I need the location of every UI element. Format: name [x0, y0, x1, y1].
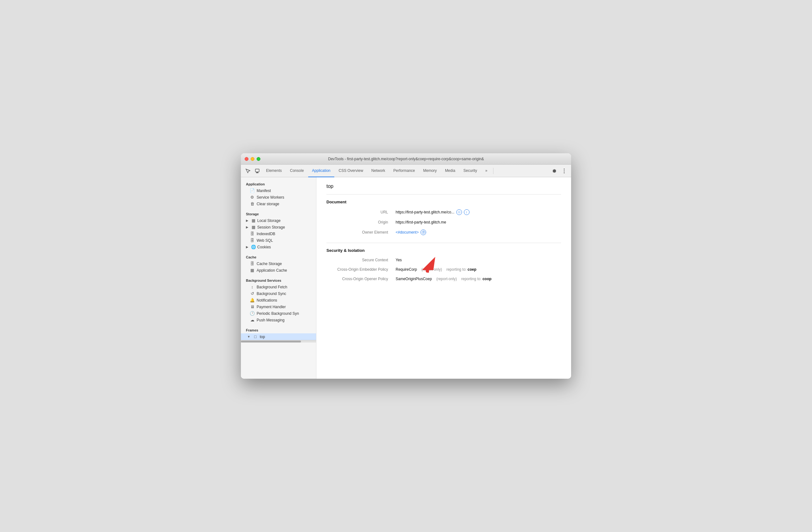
sidebar-item-payment-handler[interactable]: 🖥 Payment Handler — [241, 304, 316, 310]
coep-endpoint: coep — [468, 267, 476, 272]
sidebar-item-label: Notifications — [257, 298, 277, 303]
expand-arrow-icon: ▶ — [246, 225, 250, 229]
tab-network[interactable]: Network — [368, 165, 389, 177]
tab-media[interactable]: Media — [441, 165, 459, 177]
sidebar-item-periodic-background-sync[interactable]: 🕐 Periodic Background Syn — [241, 310, 316, 317]
minimize-button[interactable] — [251, 157, 255, 161]
owner-element-link[interactable]: <#document> — [396, 230, 419, 235]
sidebar-item-notifications[interactable]: 🔔 Notifications — [241, 297, 316, 304]
url-value: https://first-party-test.glitch.me/co...… — [396, 209, 469, 215]
frame-icon: □ — [253, 334, 258, 339]
application-section-label: Application — [241, 180, 316, 187]
settings-icon[interactable] — [550, 167, 559, 175]
secure-context-text: Yes — [396, 258, 402, 262]
coep-reporting-text: reporting to: coep — [446, 267, 476, 272]
sidebar-item-background-fetch[interactable]: ↕ Background Fetch — [241, 284, 316, 290]
divider-3 — [241, 274, 316, 276]
url-navigate-icon[interactable]: ↑ — [464, 209, 469, 215]
cache-section-label: Cache — [241, 253, 316, 260]
sidebar-item-push-messaging[interactable]: ☁ Push Messaging — [241, 317, 316, 323]
sidebar-item-service-workers[interactable]: ⚙ Service Workers — [241, 194, 316, 200]
sidebar-item-label: Web SQL — [257, 238, 273, 243]
sidebar-item-label: Cookies — [257, 245, 271, 249]
payment-handler-icon: 🖥 — [250, 304, 255, 309]
titlebar: DevTools - first-party-test.glitch.me/co… — [241, 153, 571, 165]
sidebar-item-clear-storage[interactable]: 🗑 Clear storage — [241, 200, 316, 207]
origin-value: https://first-party-test.glitch.me — [396, 220, 446, 224]
storage-section-label: Storage — [241, 210, 316, 217]
sidebar-item-label: Manifest — [257, 188, 271, 193]
frames-section-label: Frames — [241, 326, 316, 333]
sidebar-item-application-cache[interactable]: ▦ Application Cache — [241, 267, 316, 274]
sidebar-item-manifest[interactable]: 📄 Manifest — [241, 187, 316, 194]
tab-console[interactable]: Console — [286, 165, 307, 177]
divider-security — [327, 243, 561, 243]
content-area: top Document URL https://first-party-tes… — [316, 177, 571, 379]
sidebar-item-cookies[interactable]: ▶ 🌐 Cookies — [241, 244, 316, 250]
page-title: top — [327, 183, 561, 189]
toolbar: Elements Console Application CSS Overvie… — [241, 165, 571, 177]
coep-value: RequireCorp (report-only) reporting to: … — [396, 267, 476, 272]
security-section: Security & Isolation Secure Context Yes — [327, 248, 561, 281]
secure-context-field-row: Secure Context Yes — [327, 258, 561, 262]
maximize-button[interactable] — [257, 157, 260, 161]
device-icon[interactable] — [253, 167, 262, 175]
sidebar-item-label: Periodic Background Syn — [257, 311, 299, 316]
sidebar-item-local-storage[interactable]: ▶ ▦ Local Storage — [241, 217, 316, 224]
tab-more[interactable]: » — [481, 165, 491, 177]
coop-field-row: Cross-Origin Opener Policy SameOriginPlu… — [327, 277, 561, 281]
cache-storage-icon: 🗄 — [250, 261, 255, 266]
divider-1 — [241, 207, 316, 210]
sidebar-item-label: Application Cache — [257, 268, 287, 272]
sidebar-item-label: Push Messaging — [257, 318, 285, 322]
sidebar-scrollbar[interactable] — [241, 340, 316, 342]
owner-element-value: <#document> ⓟ — [396, 229, 426, 235]
red-arrow-annotation — [420, 257, 435, 272]
sidebar-scrollbar-thumb — [241, 340, 301, 342]
tab-performance[interactable]: Performance — [390, 165, 419, 177]
sidebar-item-top-frame[interactable]: ▼ □ top — [241, 333, 316, 340]
document-section: Document URL https://first-party-test.gl… — [327, 199, 561, 235]
coop-reporting-text: reporting to: coop — [461, 277, 492, 281]
tab-security[interactable]: Security — [460, 165, 481, 177]
traffic-lights — [245, 157, 260, 161]
push-messaging-icon: ☁ — [250, 318, 255, 322]
expand-arrow-icon: ▶ — [246, 219, 250, 222]
svg-point-4 — [564, 170, 565, 171]
sidebar-item-label: top — [260, 335, 265, 339]
sidebar-item-cache-storage[interactable]: 🗄 Cache Storage — [241, 260, 316, 267]
sidebar-item-session-storage[interactable]: ▶ ▦ Session Storage — [241, 224, 316, 230]
svg-marker-7 — [422, 257, 435, 272]
coep-value-text: RequireCorp — [396, 267, 417, 272]
coep-field-row: Cross-Origin Embedder Policy RequireCorp… — [327, 267, 561, 272]
owner-element-icon[interactable]: ⓟ — [420, 229, 426, 235]
sidebar-item-label: Cache Storage — [257, 262, 282, 266]
coop-mode-text: (report-only) — [436, 277, 456, 281]
web-sql-icon: 🗄 — [250, 238, 255, 243]
sidebar-item-indexeddb[interactable]: 🗄 IndexedDB — [241, 230, 316, 237]
sidebar-item-background-sync[interactable]: ↺ Background Sync — [241, 290, 316, 297]
sidebar-item-label: Background Fetch — [257, 285, 287, 289]
sidebar-item-label: Local Storage — [257, 219, 280, 223]
session-storage-icon: ▦ — [251, 225, 256, 229]
url-label: URL — [327, 210, 396, 214]
coop-value-text: SameOriginPlusCoep — [396, 277, 432, 281]
secure-context-value: Yes — [396, 258, 416, 262]
expand-arrow-icon: ▶ — [246, 245, 250, 249]
tab-css-overview[interactable]: CSS Overview — [335, 165, 367, 177]
origin-label: Origin — [327, 220, 396, 224]
close-button[interactable] — [245, 157, 248, 161]
coop-endpoint: coop — [482, 277, 492, 281]
background-section-label: Background Services — [241, 276, 316, 284]
sidebar-item-label: Session Storage — [257, 225, 285, 229]
sidebar-item-web-sql[interactable]: 🗄 Web SQL — [241, 237, 316, 244]
background-fetch-icon: ↕ — [250, 284, 255, 289]
inspect-icon[interactable] — [243, 167, 252, 175]
clear-storage-icon: 🗑 — [250, 201, 255, 206]
main-layout: Application 📄 Manifest ⚙ Service Workers… — [241, 177, 571, 379]
tab-elements[interactable]: Elements — [262, 165, 286, 177]
more-icon[interactable] — [560, 167, 569, 175]
tab-memory[interactable]: Memory — [420, 165, 440, 177]
tab-application[interactable]: Application — [308, 165, 334, 177]
url-origin-link-icon[interactable]: ☉ — [456, 209, 462, 215]
